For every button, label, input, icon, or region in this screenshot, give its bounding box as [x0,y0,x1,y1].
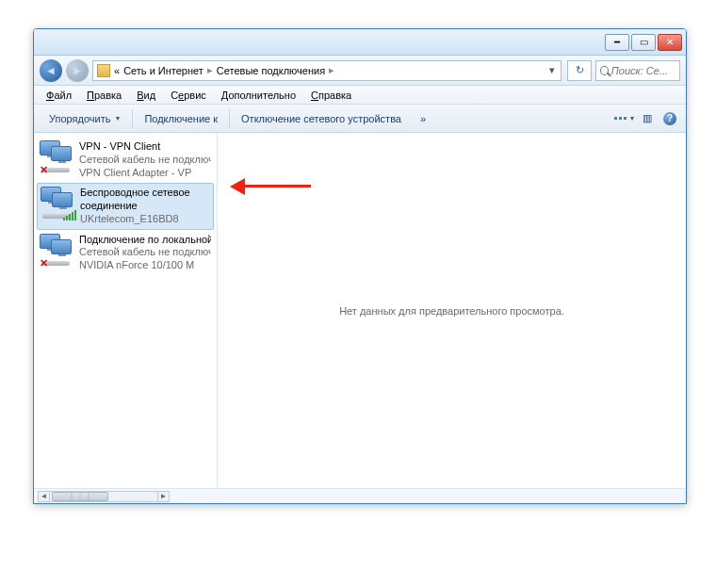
address-dropdown-icon[interactable]: ▾ [547,64,557,76]
back-button[interactable]: ◄ [40,59,62,82]
connections-list: ✕ VPN - VPN Client Сетевой кабель не под… [34,133,218,488]
connection-device: UKrtelecom_E16BD8 [80,213,190,226]
preview-pane-button[interactable]: ▥ [637,108,658,129]
chevron-down-icon: ▼ [629,115,636,122]
connection-device: NVIDIA nForce 10/100 M [79,259,211,272]
address-bar[interactable]: « Сеть и Интернет ▸ Сетевые подключения … [92,60,561,81]
search-icon [600,66,609,75]
connection-item-lan[interactable]: ✕ Подключение по локальной сети Сетевой … [34,230,217,276]
close-button[interactable]: ✕ [658,34,682,51]
network-adapter-icon [41,187,74,219]
disconnected-icon: ✕ [40,164,49,173]
breadcrumb-prefix: « [114,65,120,76]
help-icon: ? [663,112,676,125]
menu-bar: ФФайлайл Правка Вид Сервис Дополнительно… [34,86,686,105]
maximize-button[interactable]: ▭ [631,34,656,51]
menu-file[interactable]: ФФайлайл [40,89,78,102]
refresh-button[interactable]: ↻ [567,60,592,81]
horizontal-scrollbar[interactable]: ◄ ⋮⋮⋮ ► [38,491,170,502]
network-adapter-icon: ✕ [40,140,73,172]
network-adapter-icon: ✕ [40,234,73,266]
chevron-right-icon[interactable]: ▸ [207,64,213,76]
folder-icon [97,64,110,77]
toolbar: Упорядочить▼ Подключение к Отключение се… [34,105,686,133]
search-box[interactable] [595,60,680,81]
chevron-right-icon[interactable]: ▸ [329,64,334,76]
organize-button[interactable]: Упорядочить▼ [40,110,130,127]
preview-pane: Нет данных для предварительного просмотр… [218,133,686,488]
connection-item-vpn[interactable]: ✕ VPN - VPN Client Сетевой кабель не под… [34,137,217,183]
scroll-left-button[interactable]: ◄ [39,492,50,501]
connection-status: Сетевой кабель не подключен [79,154,211,167]
nav-bar: ◄ ► « Сеть и Интернет ▸ Сетевые подключе… [34,56,686,86]
forward-button[interactable]: ► [66,59,89,82]
breadcrumb-level2[interactable]: Сетевые подключения [217,65,325,76]
minimize-button[interactable]: ━ [605,34,629,51]
menu-service[interactable]: Сервис [164,89,213,102]
help-button[interactable]: ? [659,108,680,129]
connection-status: Сетевой кабель не подключен [79,246,211,259]
scroll-thumb[interactable]: ⋮⋮⋮ [52,492,108,501]
connection-title: VPN - VPN Client [79,140,211,154]
explorer-window: ━ ▭ ✕ ◄ ► « Сеть и Интернет ▸ Сетевые по… [33,28,687,504]
disable-device-button[interactable]: Отключение сетевого устройства [232,110,411,127]
connection-title: Беспроводное сетевое [80,187,190,200]
connect-to-button[interactable]: Подключение к [135,110,227,127]
search-input[interactable] [611,65,675,76]
breadcrumb-level1[interactable]: Сеть и Интернет [123,65,203,76]
connection-device: VPN Client Adapter - VP [79,167,211,180]
menu-advanced[interactable]: Дополнительно [215,89,302,102]
view-options-button[interactable]: ▼ [614,108,635,129]
chevron-down-icon: ▼ [114,115,121,122]
menu-view[interactable]: Вид [130,89,162,102]
menu-help[interactable]: Справка [304,89,358,102]
titlebar[interactable]: ━ ▭ ✕ [34,29,686,56]
connection-title: Подключение по локальной сети [79,234,211,247]
connection-title-line2: соединение [80,200,190,213]
scroll-right-button[interactable]: ► [157,492,169,501]
connection-item-wireless[interactable]: Беспроводное сетевое соединение UKrtelec… [37,183,214,229]
signal-bars-icon [63,210,76,220]
preview-empty-text: Нет данных для предварительного просмотр… [339,305,564,317]
toolbar-overflow-button[interactable]: » [411,110,435,127]
status-bar: ◄ ⋮⋮⋮ ► [34,488,686,503]
disconnected-icon: ✕ [40,257,49,267]
menu-edit[interactable]: Правка [80,89,128,102]
